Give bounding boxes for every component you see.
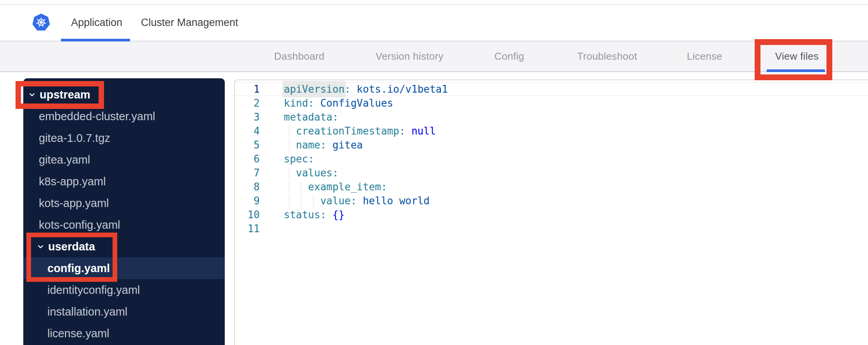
code-token: name: — [296, 138, 332, 152]
code-line-text: metadata: — [260, 110, 339, 124]
tree-file-gitea.yaml[interactable]: gitea.yaml — [23, 149, 225, 171]
code-line-text: values: — [260, 166, 339, 180]
subnav-item-dashboard[interactable]: Dashboard — [274, 41, 325, 71]
code-line-text: name: gitea — [260, 138, 363, 152]
code-line[interactable]: 2kind: ConfigValues — [235, 96, 868, 110]
kots-admin-console: { "topbar": { "logo_icon": "kubernetes-l… — [0, 0, 868, 345]
code-token: : — [345, 82, 357, 96]
code-line-text: spec: — [260, 152, 314, 166]
chevron-down-icon — [28, 91, 36, 99]
code-line-text: apiVersion: kots.io/v1beta1 — [260, 82, 448, 96]
code-line[interactable]: 7values: — [235, 166, 868, 180]
tree-item-label: license.yaml — [47, 327, 109, 340]
code-line[interactable]: 9value: hello world — [235, 194, 868, 208]
subnav-item-label: Config — [495, 50, 524, 62]
line-number: 2 — [235, 96, 260, 110]
top-navigation-bar: Application Cluster Management — [0, 5, 868, 41]
code-line-text: value: hello world — [260, 194, 430, 208]
indent-guide — [308, 194, 320, 208]
code-token: values: — [296, 166, 339, 180]
code-token: creationTimestamp: — [296, 124, 411, 138]
code-token: kots.io/v1beta1 — [357, 82, 448, 96]
line-number: 5 — [235, 138, 260, 152]
tree-file-embedded-cluster.yaml[interactable]: embedded-cluster.yaml — [23, 105, 225, 127]
tree-file-installation.yaml[interactable]: installation.yaml — [23, 301, 225, 323]
tree-file-k8s-app.yaml[interactable]: k8s-app.yaml — [23, 171, 225, 192]
code-line-text: status: {} — [260, 208, 345, 222]
code-line[interactable]: 11 — [235, 222, 868, 236]
tree-file-kots-app.yaml[interactable]: kots-app.yaml — [23, 192, 225, 214]
code-token: gitea — [332, 138, 363, 152]
indent-guide — [284, 180, 296, 194]
tree-item-label: embedded-cluster.yaml — [39, 110, 155, 123]
subnav-item-label: License — [687, 50, 722, 62]
line-number: 3 — [235, 110, 260, 124]
kubernetes-logo-icon — [32, 13, 50, 32]
tree-item-label: userdata — [48, 240, 95, 253]
tree-file-config.yaml[interactable]: config.yaml — [23, 257, 225, 279]
subnav-item-label: Dashboard — [274, 50, 325, 62]
code-token: ConfigValues — [320, 96, 393, 110]
code-token: spec: — [284, 152, 314, 166]
tree-item-label: gitea-1.0.7.tgz — [39, 132, 110, 145]
tree-file-identityconfig.yaml[interactable]: identityconfig.yaml — [23, 279, 225, 301]
code-line-text — [260, 222, 284, 236]
tree-item-label: identityconfig.yaml — [47, 284, 140, 297]
indent-guide — [284, 194, 296, 208]
tab-application-label: Application — [71, 17, 122, 29]
code-line[interactable]: 5name: gitea — [235, 138, 868, 152]
indent-guide — [296, 194, 308, 208]
code-line[interactable]: 3metadata: — [235, 110, 868, 124]
subnav-item-license[interactable]: License — [687, 41, 722, 71]
code-token: example_item: — [308, 180, 387, 194]
line-number: 9 — [235, 194, 260, 208]
subnav-item-view-files[interactable]: View files — [775, 41, 819, 71]
line-number: 11 — [235, 222, 260, 236]
line-number: 1 — [235, 82, 260, 96]
tree-item-label: installation.yaml — [47, 305, 127, 318]
code-line[interactable]: 1apiVersion: kots.io/v1beta1 — [235, 82, 868, 96]
code-token: hello world — [363, 194, 429, 208]
code-line[interactable]: 8example_item: — [235, 180, 868, 194]
highlighted-token: apiVersion — [284, 82, 345, 96]
code-token: null — [411, 124, 436, 138]
active-subnav-underline — [767, 69, 825, 72]
line-number: 10 — [235, 208, 260, 222]
tree-file-gitea-1.0.7.tgz[interactable]: gitea-1.0.7.tgz — [23, 127, 225, 149]
tree-item-label: upstream — [40, 88, 90, 101]
code-token: {} — [332, 208, 344, 222]
code-line-text: creationTimestamp: null — [260, 124, 436, 138]
code-token: status: — [284, 208, 332, 222]
subnav-item-config[interactable]: Config — [495, 41, 524, 71]
code-line-text: example_item: — [260, 180, 387, 194]
indent-guide — [284, 166, 296, 180]
line-number: 8 — [235, 180, 260, 194]
code-token: metadata: — [284, 110, 339, 124]
line-number: 6 — [235, 152, 260, 166]
subnav-item-troubleshoot[interactable]: Troubleshoot — [577, 41, 637, 71]
tree-folder-userdata[interactable]: userdata — [23, 236, 225, 257]
tree-file-license.yaml[interactable]: license.yaml — [23, 323, 225, 344]
tab-cluster-management[interactable]: Cluster Management — [141, 5, 238, 41]
tree-folder-upstream[interactable]: upstream — [23, 84, 225, 105]
code-line[interactable]: 6spec: — [235, 152, 868, 166]
code-line[interactable]: 10status: {} — [235, 208, 868, 222]
tab-application[interactable]: Application — [71, 5, 122, 41]
file-contents-editor[interactable]: 1apiVersion: kots.io/v1beta12kind: Confi… — [234, 79, 868, 345]
chevron-down-icon — [36, 243, 45, 251]
subnav-item-label: Version history — [375, 50, 443, 62]
subnav-item-version-history[interactable]: Version history — [375, 41, 443, 71]
tree-item-label: gitea.yaml — [39, 154, 90, 166]
tree-item-label: k8s-app.yaml — [39, 175, 106, 188]
tree-item-label: config.yaml — [47, 262, 110, 275]
tree-file-kots-config.yaml[interactable]: kots-config.yaml — [23, 214, 225, 236]
indent-guide — [296, 180, 308, 194]
tree-item-label: kots-app.yaml — [39, 197, 109, 210]
tab-cluster-management-label: Cluster Management — [141, 17, 238, 29]
code-line[interactable]: 4creationTimestamp: null — [235, 124, 868, 138]
code-line-text: kind: ConfigValues — [260, 96, 393, 110]
active-tab-underline — [61, 39, 130, 41]
code-token: value: — [320, 194, 363, 208]
indent-guide — [284, 138, 296, 152]
subnav-item-label: Troubleshoot — [577, 50, 637, 62]
